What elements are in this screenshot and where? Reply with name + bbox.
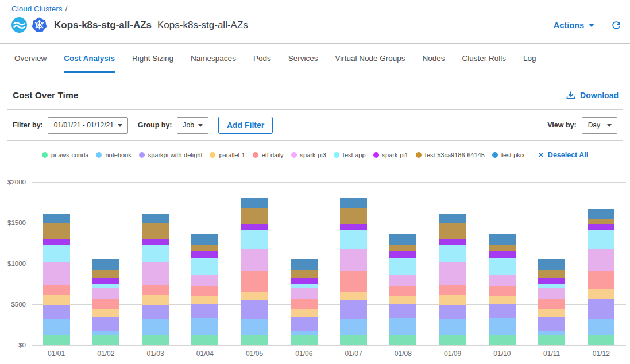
bar-01/08[interactable] <box>378 182 428 345</box>
bar-segment-parallel-1[interactable] <box>489 296 516 304</box>
bar-segment-test-pkix[interactable] <box>191 234 218 245</box>
bar-segment-etl-daily[interactable] <box>92 299 119 309</box>
bar-segment-test-app[interactable] <box>489 258 516 276</box>
bar-segment-test-app[interactable] <box>43 245 70 263</box>
bar-segment-sparkpi-with-delight[interactable] <box>43 305 70 319</box>
bar-segment-notebook[interactable] <box>489 318 516 335</box>
bar-01/05[interactable] <box>230 182 279 345</box>
bar-segment-notebook[interactable] <box>439 319 466 335</box>
bar-segment-parallel-1[interactable] <box>340 292 367 299</box>
bar-segment-spark-pi3[interactable] <box>92 288 119 299</box>
breadcrumb-link[interactable]: Cloud Clusters <box>11 5 63 13</box>
bar-segment-sparkpi-with-delight[interactable] <box>142 305 169 319</box>
bar-segment-test-app[interactable] <box>340 230 367 249</box>
bar-segment-pi-aws-conda[interactable] <box>43 335 70 345</box>
bar-segment-test-53ca9186-64145[interactable] <box>92 270 119 278</box>
date-range-select[interactable]: 01/01/21 - 01/12/21 <box>48 117 128 134</box>
group-by-select[interactable]: Job <box>177 117 208 134</box>
bar-segment-test-53ca9186-64145[interactable] <box>389 245 416 251</box>
tab-nodes[interactable]: Nodes <box>423 44 445 73</box>
bar-01/04[interactable] <box>180 182 230 345</box>
bar-01/06[interactable] <box>279 182 328 345</box>
bar-segment-test-app[interactable] <box>291 284 318 288</box>
actions-button[interactable]: Actions <box>554 21 594 30</box>
legend-item-test-app[interactable]: test-app <box>334 152 366 158</box>
bar-segment-notebook[interactable] <box>142 319 169 335</box>
tab-cost-analysis[interactable]: Cost Analysis <box>64 44 115 73</box>
bar-segment-etl-daily[interactable] <box>142 285 169 295</box>
bar-segment-parallel-1[interactable] <box>92 309 119 317</box>
bar-segment-sparkpi-with-delight[interactable] <box>92 317 119 331</box>
bar-segment-notebook[interactable] <box>340 319 367 335</box>
download-button[interactable]: Download <box>566 91 619 100</box>
bar-segment-parallel-1[interactable] <box>291 309 318 317</box>
bar-segment-spark-pi1[interactable] <box>241 224 268 230</box>
bar-segment-spark-pi1[interactable] <box>439 239 466 245</box>
bar-segment-etl-daily[interactable] <box>389 286 416 296</box>
bar-segment-test-53ca9186-64145[interactable] <box>142 223 169 239</box>
bar-segment-sparkpi-with-delight[interactable] <box>389 304 416 317</box>
bar-segment-parallel-1[interactable] <box>588 289 614 299</box>
bar-segment-parallel-1[interactable] <box>241 292 268 299</box>
bar-segment-sparkpi-with-delight[interactable] <box>241 300 268 319</box>
bar-segment-pi-aws-conda[interactable] <box>439 335 466 345</box>
bar-segment-test-53ca9186-64145[interactable] <box>439 223 466 239</box>
bar-segment-sparkpi-with-delight[interactable] <box>588 299 614 319</box>
bar-segment-test-53ca9186-64145[interactable] <box>538 270 565 278</box>
bar-01/07[interactable] <box>329 182 378 345</box>
bar-segment-spark-pi1[interactable] <box>389 251 416 257</box>
breadcrumb[interactable]: Cloud Clusters/ <box>11 5 622 13</box>
bar-segment-spark-pi1[interactable] <box>142 239 169 245</box>
bar-segment-notebook[interactable] <box>588 319 614 335</box>
bar-segment-test-pkix[interactable] <box>241 198 268 208</box>
bar-segment-spark-pi1[interactable] <box>92 278 119 284</box>
bar-segment-test-pkix[interactable] <box>43 214 70 223</box>
bar-segment-etl-daily[interactable] <box>191 286 218 296</box>
bar-segment-pi-aws-conda[interactable] <box>142 335 169 345</box>
bar-segment-parallel-1[interactable] <box>191 296 218 304</box>
tab-overview[interactable]: Overview <box>14 44 47 73</box>
bar-segment-spark-pi3[interactable] <box>241 249 268 270</box>
bar-segment-spark-pi1[interactable] <box>489 251 516 257</box>
bar-segment-test-app[interactable] <box>389 258 416 276</box>
bar-segment-pi-aws-conda[interactable] <box>389 335 416 345</box>
bar-segment-parallel-1[interactable] <box>439 295 466 305</box>
bar-segment-pi-aws-conda[interactable] <box>291 335 318 345</box>
bar-segment-sparkpi-with-delight[interactable] <box>489 304 516 317</box>
bar-segment-notebook[interactable] <box>538 331 565 335</box>
legend-item-parallel-1[interactable]: parallel-1 <box>210 152 245 158</box>
add-filter-button[interactable]: Add Filter <box>218 117 273 134</box>
bar-segment-notebook[interactable] <box>191 318 218 335</box>
bar-segment-spark-pi3[interactable] <box>439 262 466 284</box>
tab-virtual-node-groups[interactable]: Virtual Node Groups <box>335 44 405 73</box>
legend-item-spark-pi3[interactable]: spark-pi3 <box>291 152 326 158</box>
bar-segment-test-53ca9186-64145[interactable] <box>489 245 516 251</box>
bar-segment-test-pkix[interactable] <box>588 209 614 219</box>
bar-segment-test-app[interactable] <box>191 258 218 276</box>
bar-segment-notebook[interactable] <box>389 318 416 335</box>
bar-segment-test-app[interactable] <box>92 284 119 288</box>
bar-segment-test-pkix[interactable] <box>538 259 565 270</box>
legend-item-etl-daily[interactable]: etl-daily <box>253 152 284 158</box>
bar-segment-notebook[interactable] <box>92 331 119 335</box>
bar-segment-etl-daily[interactable] <box>588 271 614 289</box>
bar-segment-spark-pi3[interactable] <box>142 262 169 284</box>
bar-segment-test-app[interactable] <box>588 230 614 249</box>
bar-segment-sparkpi-with-delight[interactable] <box>340 300 367 319</box>
deselect-all-button[interactable]: ✕Deselect All <box>538 151 588 159</box>
tab-log[interactable]: Log <box>523 44 536 73</box>
bar-segment-test-53ca9186-64145[interactable] <box>340 208 367 224</box>
bar-segment-parallel-1[interactable] <box>43 295 70 305</box>
legend-item-notebook[interactable]: notebook <box>96 152 131 158</box>
bar-segment-test-pkix[interactable] <box>291 259 318 270</box>
bar-segment-etl-daily[interactable] <box>340 271 367 292</box>
bar-01/09[interactable] <box>428 182 477 345</box>
legend-item-pi-aws-conda[interactable]: pi-aws-conda <box>42 152 88 158</box>
refresh-button[interactable] <box>610 20 622 31</box>
bar-segment-test-app[interactable] <box>538 284 565 288</box>
bar-segment-parallel-1[interactable] <box>389 296 416 304</box>
tab-cluster-rolls[interactable]: Cluster Rolls <box>462 44 507 73</box>
bar-segment-etl-daily[interactable] <box>538 299 565 309</box>
legend-item-test-pkix[interactable]: test-pkix <box>492 152 525 158</box>
bar-01/01[interactable] <box>32 182 81 345</box>
